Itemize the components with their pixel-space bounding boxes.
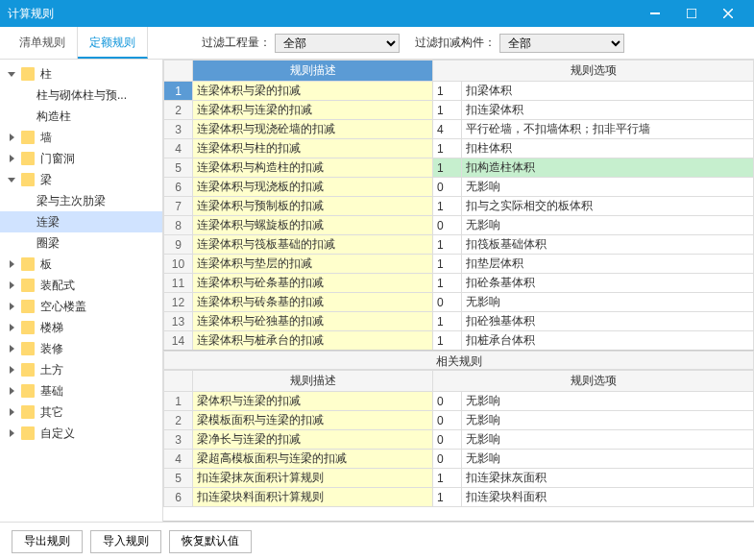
rule-code-cell[interactable]: 1 bbox=[433, 139, 462, 158]
table-row[interactable]: 1梁体积与连梁的扣减0无影响 bbox=[164, 392, 754, 411]
table-row[interactable]: 5扣连梁抹灰面积计算规则1扣连梁抹灰面积 bbox=[164, 469, 754, 488]
category-tree[interactable]: 柱柱与砌体柱与预...构造柱墙门窗洞梁梁与主次肋梁连梁圈梁板装配式空心楼盖楼梯装… bbox=[0, 60, 163, 522]
table-row[interactable]: 14连梁体积与桩承台的扣减1扣桩承台体积 bbox=[164, 331, 754, 351]
tree-child[interactable]: 构造柱 bbox=[0, 106, 162, 127]
table-row[interactable]: 8连梁体积与螺旋板的扣减0无影响 bbox=[164, 216, 754, 235]
chevron-right-icon[interactable] bbox=[6, 364, 17, 376]
rule-option-cell[interactable]: 无影响 bbox=[462, 216, 754, 235]
rule-option-cell[interactable]: 扣梁体积 bbox=[462, 82, 754, 101]
rule-description-cell[interactable]: 连梁体积与柱的扣减 bbox=[193, 139, 433, 158]
restore-defaults-button[interactable]: 恢复默认值 bbox=[169, 530, 252, 553]
tree-item[interactable]: 基础 bbox=[0, 380, 162, 402]
rule-description-cell[interactable]: 扣连梁块料面积计算规则 bbox=[193, 488, 433, 507]
tree-item[interactable]: 墙 bbox=[0, 127, 162, 148]
filter-quantity-select[interactable]: 全部 bbox=[275, 34, 400, 53]
tree-item[interactable]: 柱 bbox=[0, 63, 162, 85]
tree-child[interactable]: 梁与主次肋梁 bbox=[0, 190, 162, 211]
rule-option-cell[interactable]: 无影响 bbox=[462, 450, 754, 469]
rule-description-cell[interactable]: 扣连梁抹灰面积计算规则 bbox=[193, 469, 433, 488]
chevron-right-icon[interactable] bbox=[6, 343, 17, 354]
rule-code-cell[interactable]: 1 bbox=[433, 82, 462, 101]
table-row[interactable]: 10连梁体积与垫层的扣减1扣垫层体积 bbox=[164, 255, 754, 274]
tree-item[interactable]: 板 bbox=[0, 254, 162, 275]
chevron-right-icon[interactable] bbox=[6, 322, 17, 333]
rule-description-cell[interactable]: 连梁体积与砼条基的扣减 bbox=[193, 274, 433, 293]
rule-code-cell[interactable]: 1 bbox=[433, 158, 462, 178]
table-row[interactable]: 7连梁体积与预制板的扣减1扣与之实际相交的板体积 bbox=[164, 197, 754, 216]
rule-option-cell[interactable]: 扣筏板基础体积 bbox=[462, 235, 754, 255]
rule-option-cell[interactable]: 扣砼条基体积 bbox=[462, 274, 754, 293]
tree-item[interactable]: 门窗洞 bbox=[0, 148, 162, 169]
table-row[interactable]: 9连梁体积与筏板基础的扣减1扣筏板基础体积 bbox=[164, 235, 754, 255]
tree-item[interactable]: 空心楼盖 bbox=[0, 296, 162, 317]
rule-code-cell[interactable]: 0 bbox=[433, 293, 462, 312]
related-rules-grid[interactable]: 规则描述 规则选项 1梁体积与连梁的扣减0无影响2梁模板面积与连梁的扣减0无影响… bbox=[163, 370, 754, 522]
chevron-right-icon[interactable] bbox=[6, 406, 17, 418]
rule-option-cell[interactable]: 扣连梁抹灰面积 bbox=[462, 469, 754, 488]
rule-option-cell[interactable]: 扣连梁体积 bbox=[462, 101, 754, 120]
rule-description-cell[interactable]: 连梁体积与筏板基础的扣减 bbox=[193, 235, 433, 255]
tree-item[interactable]: 自定义 bbox=[0, 423, 162, 444]
rule-description-cell[interactable]: 连梁体积与砖条基的扣减 bbox=[193, 293, 433, 312]
table-row[interactable]: 5连梁体积与构造柱的扣减1扣构造柱体积 bbox=[164, 158, 754, 178]
rule-option-cell[interactable]: 扣柱体积 bbox=[462, 139, 754, 158]
rule-option-cell[interactable]: 扣连梁块料面积 bbox=[462, 488, 754, 507]
rule-option-cell[interactable]: 无影响 bbox=[462, 411, 754, 430]
tree-item[interactable]: 梁 bbox=[0, 169, 162, 190]
rule-code-cell[interactable]: 1 bbox=[433, 101, 462, 120]
rule-code-cell[interactable]: 1 bbox=[433, 235, 462, 255]
table-row[interactable]: 6连梁体积与现浇板的扣减0无影响 bbox=[164, 178, 754, 197]
maximize-button[interactable] bbox=[673, 0, 710, 27]
rule-code-cell[interactable]: 1 bbox=[433, 488, 462, 507]
tab-list-rules[interactable]: 清单规则 bbox=[8, 27, 78, 59]
rule-description-cell[interactable]: 连梁体积与现浇板的扣减 bbox=[193, 178, 433, 197]
rule-code-cell[interactable]: 1 bbox=[433, 331, 462, 351]
rule-description-cell[interactable]: 连梁体积与垫层的扣减 bbox=[193, 255, 433, 274]
rule-description-cell[interactable]: 连梁体积与螺旋板的扣减 bbox=[193, 216, 433, 235]
tree-child[interactable]: 柱与砌体柱与预... bbox=[0, 85, 162, 106]
rule-description-cell[interactable]: 连梁体积与预制板的扣减 bbox=[193, 197, 433, 216]
import-rules-button[interactable]: 导入规则 bbox=[90, 530, 161, 553]
rule-description-cell[interactable]: 连梁体积与连梁的扣减 bbox=[193, 101, 433, 120]
rule-option-cell[interactable]: 扣构造柱体积 bbox=[462, 158, 754, 178]
rule-description-cell[interactable]: 梁体积与连梁的扣减 bbox=[193, 392, 433, 411]
chevron-right-icon[interactable] bbox=[6, 427, 17, 439]
tree-child[interactable]: 圈梁 bbox=[0, 232, 162, 254]
rule-code-cell[interactable]: 0 bbox=[433, 450, 462, 469]
chevron-down-icon[interactable] bbox=[6, 68, 17, 80]
minimize-button[interactable] bbox=[637, 0, 673, 27]
rule-code-cell[interactable]: 0 bbox=[433, 178, 462, 197]
table-row[interactable]: 13连梁体积与砼独基的扣减1扣砼独基体积 bbox=[164, 312, 754, 331]
export-rules-button[interactable]: 导出规则 bbox=[12, 530, 83, 553]
rule-code-cell[interactable]: 0 bbox=[433, 216, 462, 235]
tree-item[interactable]: 楼梯 bbox=[0, 317, 162, 338]
tree-item[interactable]: 其它 bbox=[0, 402, 162, 423]
rule-description-cell[interactable]: 连梁体积与现浇砼墙的扣减 bbox=[193, 120, 433, 139]
rule-code-cell[interactable]: 0 bbox=[433, 430, 462, 450]
tree-item[interactable]: 土方 bbox=[0, 359, 162, 380]
rule-option-cell[interactable]: 无影响 bbox=[462, 430, 754, 450]
table-row[interactable]: 2梁模板面积与连梁的扣减0无影响 bbox=[164, 411, 754, 430]
tree-child[interactable]: 连梁 bbox=[0, 211, 162, 232]
close-button[interactable] bbox=[710, 0, 746, 27]
rule-description-cell[interactable]: 梁净长与连梁的扣减 bbox=[193, 430, 433, 450]
rule-option-cell[interactable]: 平行砼墙，不扣墙体积；扣非平行墙 bbox=[462, 120, 754, 139]
table-row[interactable]: 2连梁体积与连梁的扣减1扣连梁体积 bbox=[164, 101, 754, 120]
chevron-right-icon[interactable] bbox=[6, 301, 17, 312]
rule-option-cell[interactable]: 扣垫层体积 bbox=[462, 255, 754, 274]
table-row[interactable]: 4梁超高模板面积与连梁的扣减0无影响 bbox=[164, 450, 754, 469]
rule-code-cell[interactable]: 1 bbox=[433, 255, 462, 274]
rule-option-cell[interactable]: 无影响 bbox=[462, 178, 754, 197]
rule-code-cell[interactable]: 1 bbox=[433, 312, 462, 331]
table-row[interactable]: 4连梁体积与柱的扣减1扣柱体积 bbox=[164, 139, 754, 158]
rule-option-cell[interactable]: 扣桩承台体积 bbox=[462, 331, 754, 351]
chevron-right-icon[interactable] bbox=[6, 153, 17, 164]
rule-code-cell[interactable]: 1 bbox=[433, 469, 462, 488]
table-row[interactable]: 12连梁体积与砖条基的扣减0无影响 bbox=[164, 293, 754, 312]
rule-description-cell[interactable]: 连梁体积与砼独基的扣减 bbox=[193, 312, 433, 331]
rule-description-cell[interactable]: 连梁体积与构造柱的扣减 bbox=[193, 158, 433, 178]
chevron-right-icon[interactable] bbox=[6, 258, 17, 270]
table-row[interactable]: 3梁净长与连梁的扣减0无影响 bbox=[164, 430, 754, 450]
table-row[interactable]: 3连梁体积与现浇砼墙的扣减4平行砼墙，不扣墙体积；扣非平行墙 bbox=[164, 120, 754, 139]
rule-option-cell[interactable]: 扣砼独基体积 bbox=[462, 312, 754, 331]
